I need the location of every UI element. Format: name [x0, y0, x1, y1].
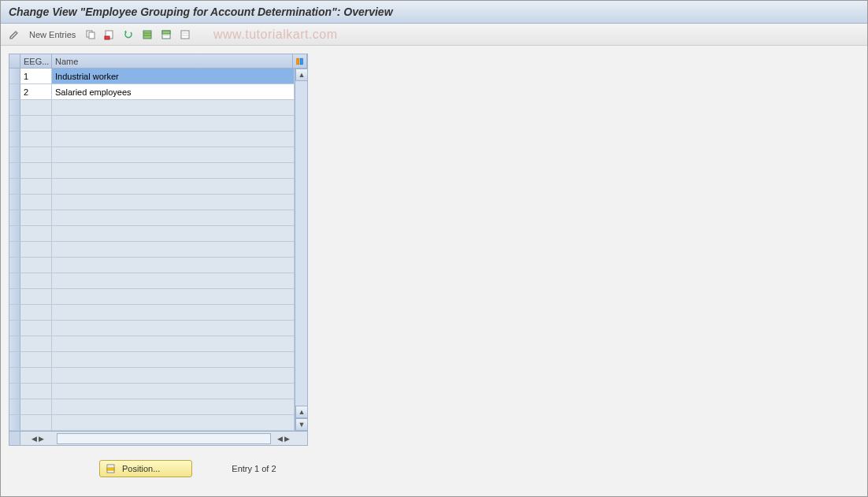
- row-selector[interactable]: [9, 69, 20, 84]
- cell-name[interactable]: [52, 399, 295, 415]
- position-icon: [106, 463, 117, 474]
- column-header-name[interactable]: Name: [52, 54, 293, 69]
- row-selector[interactable]: [9, 368, 20, 384]
- row-selector[interactable]: [9, 147, 20, 163]
- row-selector[interactable]: [9, 195, 20, 210]
- table-row: [9, 179, 295, 195]
- cell-name[interactable]: [52, 100, 295, 116]
- scroll-right-icon-2[interactable]: ▶: [284, 435, 290, 443]
- deselect-all-icon[interactable]: [178, 28, 192, 42]
- cell-eeg[interactable]: [20, 100, 52, 116]
- select-all-rows[interactable]: [9, 54, 20, 69]
- scroll-left-icon[interactable]: ◀: [32, 435, 37, 443]
- cell-eeg[interactable]: [20, 305, 52, 321]
- cell-eeg[interactable]: [20, 273, 52, 289]
- cell-name[interactable]: [52, 163, 295, 179]
- cell-eeg[interactable]: [20, 289, 52, 305]
- cell-eeg[interactable]: [20, 132, 52, 147]
- cell-name[interactable]: [52, 132, 295, 147]
- row-selector[interactable]: [9, 242, 20, 258]
- scroll-up-icon[interactable]: ▲: [295, 69, 308, 81]
- table-header: EEG... Name: [9, 54, 307, 69]
- cell-eeg[interactable]: [20, 258, 52, 273]
- position-button[interactable]: Position...: [99, 460, 192, 477]
- cell-eeg[interactable]: [20, 399, 52, 415]
- cell-eeg[interactable]: [20, 368, 52, 384]
- cell-name[interactable]: [52, 384, 295, 399]
- cell-name[interactable]: [52, 321, 295, 336]
- cell-name[interactable]: [52, 116, 295, 132]
- cell-name[interactable]: [52, 210, 295, 226]
- cell-name[interactable]: Salaried employees: [52, 84, 295, 100]
- cell-eeg[interactable]: 2: [20, 84, 52, 100]
- table-row: 1Industrial worker: [9, 69, 295, 84]
- scroll-track[interactable]: [295, 81, 307, 431]
- h-scroll-track[interactable]: [57, 433, 271, 444]
- row-selector[interactable]: [9, 116, 20, 132]
- row-selector[interactable]: [9, 100, 20, 116]
- copy-as-icon[interactable]: [83, 28, 98, 42]
- cell-eeg[interactable]: [20, 116, 52, 132]
- row-selector[interactable]: [9, 226, 20, 242]
- cell-eeg[interactable]: [20, 352, 52, 368]
- table-config-icon[interactable]: [293, 54, 307, 69]
- cell-name[interactable]: [52, 242, 295, 258]
- row-selector[interactable]: [9, 384, 20, 399]
- cell-name[interactable]: [52, 368, 295, 384]
- cell-eeg[interactable]: [20, 226, 52, 242]
- cell-name[interactable]: [52, 273, 295, 289]
- position-button-label: Position...: [122, 464, 160, 473]
- column-header-eeg[interactable]: EEG...: [20, 54, 52, 69]
- select-all-icon[interactable]: [140, 28, 154, 42]
- cell-eeg[interactable]: [20, 242, 52, 258]
- cell-name[interactable]: [52, 147, 295, 163]
- row-selector[interactable]: [9, 321, 20, 336]
- row-selector[interactable]: [9, 210, 20, 226]
- cell-eeg[interactable]: [20, 147, 52, 163]
- cell-eeg[interactable]: [20, 336, 52, 352]
- cell-eeg[interactable]: 1: [20, 69, 52, 84]
- cell-eeg[interactable]: [20, 384, 52, 399]
- scroll-left-icon-2[interactable]: ◀: [277, 435, 283, 443]
- toggle-change-icon[interactable]: [7, 28, 21, 42]
- cell-name[interactable]: [52, 352, 295, 368]
- row-selector[interactable]: [9, 336, 20, 352]
- row-selector[interactable]: [9, 258, 20, 273]
- row-selector[interactable]: [9, 305, 20, 321]
- cell-name[interactable]: [52, 305, 295, 321]
- row-selector[interactable]: [9, 415, 20, 431]
- cell-eeg[interactable]: [20, 163, 52, 179]
- scroll-down-icon[interactable]: ▼: [295, 418, 308, 431]
- row-selector[interactable]: [9, 289, 20, 305]
- cell-eeg[interactable]: [20, 415, 52, 431]
- undo-change-icon[interactable]: [121, 28, 135, 42]
- row-selector[interactable]: [9, 132, 20, 147]
- select-block-icon[interactable]: [159, 28, 173, 42]
- cell-eeg[interactable]: [20, 195, 52, 210]
- cell-eeg[interactable]: [20, 210, 52, 226]
- table-row: [9, 226, 295, 242]
- row-selector[interactable]: [9, 179, 20, 195]
- cell-name[interactable]: [52, 289, 295, 305]
- row-selector[interactable]: [9, 352, 20, 368]
- scroll-down-icon[interactable]: ▲: [295, 406, 308, 418]
- row-selector[interactable]: [9, 399, 20, 415]
- vertical-scrollbar[interactable]: ▲ ▲ ▼: [295, 69, 307, 431]
- cell-name[interactable]: [52, 179, 295, 195]
- new-entries-button[interactable]: New Entries: [26, 30, 79, 39]
- cell-eeg[interactable]: [20, 321, 52, 336]
- row-selector[interactable]: [9, 273, 20, 289]
- row-selector[interactable]: [9, 163, 20, 179]
- row-selector[interactable]: [9, 84, 20, 100]
- cell-name[interactable]: Industrial worker: [52, 69, 295, 84]
- table-row: [9, 195, 295, 210]
- cell-name[interactable]: [52, 226, 295, 242]
- cell-eeg[interactable]: [20, 179, 52, 195]
- cell-name[interactable]: [52, 258, 295, 273]
- horizontal-scrollbar[interactable]: ◀ ▶ ◀ ▶: [9, 431, 307, 445]
- scroll-right-icon[interactable]: ▶: [39, 435, 44, 443]
- delete-icon[interactable]: [102, 28, 117, 42]
- cell-name[interactable]: [52, 336, 295, 352]
- cell-name[interactable]: [52, 415, 295, 431]
- cell-name[interactable]: [52, 195, 295, 210]
